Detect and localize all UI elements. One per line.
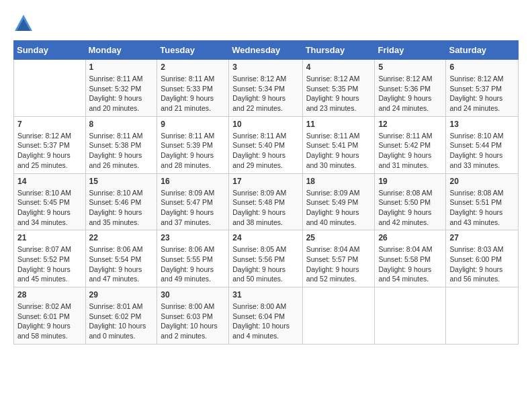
day-cell: 23Sunrise: 8:06 AM Sunset: 5:55 PM Dayli… xyxy=(157,230,229,287)
day-number: 4 xyxy=(306,62,371,72)
day-number: 9 xyxy=(161,120,225,129)
day-cell: 5Sunrise: 8:12 AM Sunset: 5:36 PM Daylig… xyxy=(375,60,446,117)
day-detail: Sunrise: 8:11 AM Sunset: 5:41 PM Dayligh… xyxy=(306,131,371,171)
week-row-5: 28Sunrise: 8:02 AM Sunset: 6:01 PM Dayli… xyxy=(14,287,519,345)
day-cell: 22Sunrise: 8:06 AM Sunset: 5:54 PM Dayli… xyxy=(85,230,157,287)
day-detail: Sunrise: 8:09 AM Sunset: 5:49 PM Dayligh… xyxy=(306,188,371,228)
day-number: 1 xyxy=(89,62,154,72)
day-detail: Sunrise: 8:00 AM Sunset: 6:03 PM Dayligh… xyxy=(161,302,225,341)
day-number: 2 xyxy=(161,62,225,72)
day-number: 23 xyxy=(161,233,225,242)
day-detail: Sunrise: 8:10 AM Sunset: 5:46 PM Dayligh… xyxy=(89,188,154,228)
day-cell: 6Sunrise: 8:12 AM Sunset: 5:37 PM Daylig… xyxy=(446,60,519,117)
day-number: 11 xyxy=(306,120,371,129)
day-cell: 9Sunrise: 8:11 AM Sunset: 5:39 PM Daylig… xyxy=(157,116,229,173)
day-detail: Sunrise: 8:12 AM Sunset: 5:37 PM Dayligh… xyxy=(17,131,82,171)
day-cell: 28Sunrise: 8:02 AM Sunset: 6:01 PM Dayli… xyxy=(14,287,86,345)
header-cell-sunday: Sunday xyxy=(14,41,86,60)
day-cell: 14Sunrise: 8:10 AM Sunset: 5:45 PM Dayli… xyxy=(14,173,86,230)
day-number: 29 xyxy=(89,290,154,300)
day-number: 20 xyxy=(449,177,515,186)
day-number: 28 xyxy=(17,290,82,300)
day-number: 14 xyxy=(17,177,82,186)
day-number: 26 xyxy=(378,233,442,242)
day-cell xyxy=(302,287,375,345)
day-detail: Sunrise: 8:11 AM Sunset: 5:33 PM Dayligh… xyxy=(161,74,225,113)
day-detail: Sunrise: 8:12 AM Sunset: 5:35 PM Dayligh… xyxy=(306,74,371,113)
header-cell-monday: Monday xyxy=(85,41,157,60)
day-number: 3 xyxy=(232,62,298,72)
day-number: 15 xyxy=(89,177,154,186)
day-detail: Sunrise: 8:11 AM Sunset: 5:38 PM Dayligh… xyxy=(89,131,154,171)
day-cell: 19Sunrise: 8:08 AM Sunset: 5:50 PM Dayli… xyxy=(375,173,446,230)
day-detail: Sunrise: 8:12 AM Sunset: 5:34 PM Dayligh… xyxy=(232,74,298,113)
logo xyxy=(13,13,35,34)
day-number: 31 xyxy=(232,290,298,300)
day-cell: 1Sunrise: 8:11 AM Sunset: 5:32 PM Daylig… xyxy=(85,60,157,117)
header-cell-tuesday: Tuesday xyxy=(157,41,229,60)
day-number: 25 xyxy=(306,233,371,242)
day-cell: 25Sunrise: 8:04 AM Sunset: 5:57 PM Dayli… xyxy=(302,230,375,287)
day-detail: Sunrise: 8:10 AM Sunset: 5:45 PM Dayligh… xyxy=(17,188,82,228)
day-detail: Sunrise: 8:05 AM Sunset: 5:56 PM Dayligh… xyxy=(232,244,298,284)
day-number: 21 xyxy=(17,233,82,242)
day-number: 6 xyxy=(449,62,515,72)
day-number: 17 xyxy=(232,177,298,186)
day-cell: 31Sunrise: 8:00 AM Sunset: 6:04 PM Dayli… xyxy=(229,287,302,345)
calendar-table: SundayMondayTuesdayWednesdayThursdayFrid… xyxy=(13,40,519,345)
header-cell-saturday: Saturday xyxy=(446,41,519,60)
day-number: 13 xyxy=(449,120,515,129)
day-number: 10 xyxy=(232,120,298,129)
day-cell: 18Sunrise: 8:09 AM Sunset: 5:49 PM Dayli… xyxy=(302,173,375,230)
day-detail: Sunrise: 8:11 AM Sunset: 5:39 PM Dayligh… xyxy=(161,131,225,171)
day-cell: 16Sunrise: 8:09 AM Sunset: 5:47 PM Dayli… xyxy=(157,173,229,230)
day-detail: Sunrise: 8:12 AM Sunset: 5:37 PM Dayligh… xyxy=(449,74,515,113)
day-detail: Sunrise: 8:06 AM Sunset: 5:54 PM Dayligh… xyxy=(89,244,154,284)
day-number: 19 xyxy=(378,177,442,186)
day-cell: 3Sunrise: 8:12 AM Sunset: 5:34 PM Daylig… xyxy=(229,60,302,117)
header-row: SundayMondayTuesdayWednesdayThursdayFrid… xyxy=(14,41,519,60)
day-number: 24 xyxy=(232,233,298,242)
header-cell-wednesday: Wednesday xyxy=(229,41,302,60)
day-cell: 10Sunrise: 8:11 AM Sunset: 5:40 PM Dayli… xyxy=(229,116,302,173)
day-cell: 21Sunrise: 8:07 AM Sunset: 5:52 PM Dayli… xyxy=(14,230,86,287)
day-cell: 24Sunrise: 8:05 AM Sunset: 5:56 PM Dayli… xyxy=(229,230,302,287)
day-number: 18 xyxy=(306,177,371,186)
day-cell xyxy=(446,287,519,345)
day-detail: Sunrise: 8:09 AM Sunset: 5:47 PM Dayligh… xyxy=(161,188,225,228)
day-number: 27 xyxy=(449,233,515,242)
day-cell: 11Sunrise: 8:11 AM Sunset: 5:41 PM Dayli… xyxy=(302,116,375,173)
day-detail: Sunrise: 8:08 AM Sunset: 5:51 PM Dayligh… xyxy=(449,188,515,228)
day-detail: Sunrise: 8:03 AM Sunset: 6:00 PM Dayligh… xyxy=(449,244,515,284)
day-detail: Sunrise: 8:04 AM Sunset: 5:58 PM Dayligh… xyxy=(378,244,442,284)
day-cell: 4Sunrise: 8:12 AM Sunset: 5:35 PM Daylig… xyxy=(302,60,375,117)
header-cell-friday: Friday xyxy=(375,41,446,60)
day-detail: Sunrise: 8:01 AM Sunset: 6:02 PM Dayligh… xyxy=(89,302,154,341)
week-row-3: 14Sunrise: 8:10 AM Sunset: 5:45 PM Dayli… xyxy=(14,173,519,230)
day-number: 16 xyxy=(161,177,225,186)
logo-icon xyxy=(13,13,34,34)
day-detail: Sunrise: 8:09 AM Sunset: 5:48 PM Dayligh… xyxy=(232,188,298,228)
week-row-1: 1Sunrise: 8:11 AM Sunset: 5:32 PM Daylig… xyxy=(14,60,519,117)
week-row-2: 7Sunrise: 8:12 AM Sunset: 5:37 PM Daylig… xyxy=(14,116,519,173)
day-cell: 30Sunrise: 8:00 AM Sunset: 6:03 PM Dayli… xyxy=(157,287,229,345)
day-detail: Sunrise: 8:06 AM Sunset: 5:55 PM Dayligh… xyxy=(161,244,225,284)
day-detail: Sunrise: 8:11 AM Sunset: 5:40 PM Dayligh… xyxy=(232,131,298,171)
day-cell xyxy=(14,60,86,117)
day-detail: Sunrise: 8:08 AM Sunset: 5:50 PM Dayligh… xyxy=(378,188,442,228)
day-cell: 12Sunrise: 8:11 AM Sunset: 5:42 PM Dayli… xyxy=(375,116,446,173)
day-detail: Sunrise: 8:11 AM Sunset: 5:32 PM Dayligh… xyxy=(89,74,154,113)
page-header xyxy=(13,13,519,34)
day-number: 30 xyxy=(161,290,225,300)
day-number: 8 xyxy=(89,120,154,129)
day-detail: Sunrise: 8:00 AM Sunset: 6:04 PM Dayligh… xyxy=(232,302,298,341)
day-detail: Sunrise: 8:11 AM Sunset: 5:42 PM Dayligh… xyxy=(378,131,442,171)
day-cell: 8Sunrise: 8:11 AM Sunset: 5:38 PM Daylig… xyxy=(85,116,157,173)
day-cell: 2Sunrise: 8:11 AM Sunset: 5:33 PM Daylig… xyxy=(157,60,229,117)
day-detail: Sunrise: 8:02 AM Sunset: 6:01 PM Dayligh… xyxy=(17,302,82,341)
day-detail: Sunrise: 8:04 AM Sunset: 5:57 PM Dayligh… xyxy=(306,244,371,284)
day-cell: 7Sunrise: 8:12 AM Sunset: 5:37 PM Daylig… xyxy=(14,116,86,173)
day-number: 5 xyxy=(378,62,442,72)
day-cell: 29Sunrise: 8:01 AM Sunset: 6:02 PM Dayli… xyxy=(85,287,157,345)
week-row-4: 21Sunrise: 8:07 AM Sunset: 5:52 PM Dayli… xyxy=(14,230,519,287)
